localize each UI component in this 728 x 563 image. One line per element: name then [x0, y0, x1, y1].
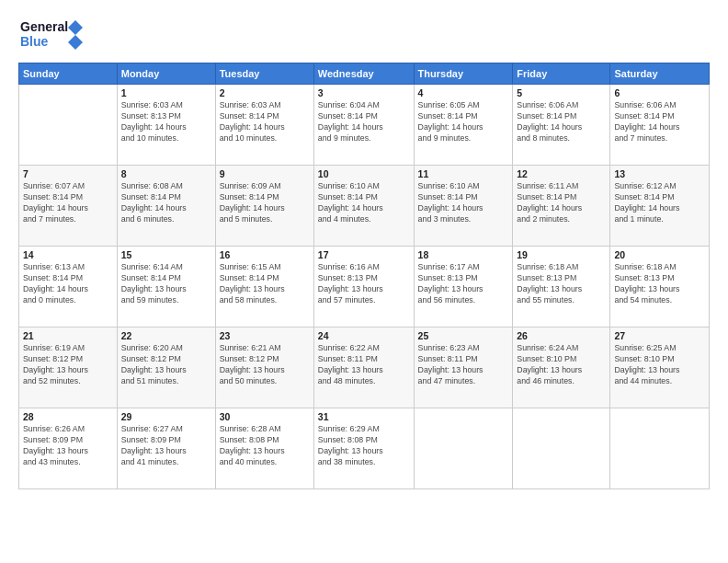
day-info: Sunrise: 6:19 AM Sunset: 8:12 PM Dayligh… — [23, 343, 113, 387]
calendar-cell: 13Sunrise: 6:12 AM Sunset: 8:14 PM Dayli… — [610, 166, 710, 247]
calendar-cell: 22Sunrise: 6:20 AM Sunset: 8:12 PM Dayli… — [117, 327, 215, 408]
calendar-cell: 25Sunrise: 6:23 AM Sunset: 8:11 PM Dayli… — [414, 327, 513, 408]
calendar-cell: 17Sunrise: 6:16 AM Sunset: 8:13 PM Dayli… — [313, 247, 414, 327]
calendar-cell: 1Sunrise: 6:03 AM Sunset: 8:13 PM Daylig… — [117, 85, 215, 166]
day-info: Sunrise: 6:27 AM Sunset: 8:09 PM Dayligh… — [121, 424, 211, 468]
day-info: Sunrise: 6:05 AM Sunset: 8:14 PM Dayligh… — [418, 100, 509, 144]
calendar-cell: 2Sunrise: 6:03 AM Sunset: 8:14 PM Daylig… — [215, 85, 313, 166]
logo: General Blue — [18, 15, 83, 55]
calendar-cell: 27Sunrise: 6:25 AM Sunset: 8:10 PM Dayli… — [610, 327, 710, 408]
calendar-cell: 31Sunrise: 6:29 AM Sunset: 8:08 PM Dayli… — [313, 408, 414, 489]
header-day-friday: Friday — [513, 63, 610, 85]
day-info: Sunrise: 6:17 AM Sunset: 8:13 PM Dayligh… — [418, 262, 509, 306]
calendar-cell — [610, 408, 710, 489]
day-number: 13 — [614, 168, 705, 179]
calendar-cell: 19Sunrise: 6:18 AM Sunset: 8:13 PM Dayli… — [513, 247, 610, 327]
day-info: Sunrise: 6:03 AM Sunset: 8:14 PM Dayligh… — [220, 100, 310, 144]
calendar-cell: 29Sunrise: 6:27 AM Sunset: 8:09 PM Dayli… — [117, 408, 215, 489]
day-info: Sunrise: 6:12 AM Sunset: 8:14 PM Dayligh… — [614, 181, 705, 225]
day-info: Sunrise: 6:04 AM Sunset: 8:14 PM Dayligh… — [318, 100, 410, 144]
svg-marker-2 — [68, 20, 83, 50]
day-number: 17 — [318, 249, 410, 260]
day-info: Sunrise: 6:23 AM Sunset: 8:11 PM Dayligh… — [418, 343, 509, 387]
day-number: 21 — [23, 330, 113, 341]
week-row-2: 7Sunrise: 6:07 AM Sunset: 8:14 PM Daylig… — [19, 166, 710, 247]
day-info: Sunrise: 6:06 AM Sunset: 8:14 PM Dayligh… — [614, 100, 705, 144]
header-day-thursday: Thursday — [414, 63, 513, 85]
calendar-cell: 3Sunrise: 6:04 AM Sunset: 8:14 PM Daylig… — [313, 85, 414, 166]
svg-text:General: General — [20, 19, 68, 34]
calendar-cell: 20Sunrise: 6:18 AM Sunset: 8:13 PM Dayli… — [610, 247, 710, 327]
calendar-table: SundayMondayTuesdayWednesdayThursdayFrid… — [18, 63, 710, 489]
header: General Blue — [18, 15, 710, 55]
day-info: Sunrise: 6:09 AM Sunset: 8:14 PM Dayligh… — [220, 181, 310, 225]
day-info: Sunrise: 6:10 AM Sunset: 8:14 PM Dayligh… — [418, 181, 509, 225]
day-info: Sunrise: 6:20 AM Sunset: 8:12 PM Dayligh… — [121, 343, 211, 387]
day-number: 28 — [23, 411, 113, 422]
calendar-cell: 8Sunrise: 6:08 AM Sunset: 8:14 PM Daylig… — [117, 166, 215, 247]
calendar-cell: 14Sunrise: 6:13 AM Sunset: 8:14 PM Dayli… — [19, 247, 118, 327]
day-info: Sunrise: 6:21 AM Sunset: 8:12 PM Dayligh… — [220, 343, 310, 387]
calendar-cell: 5Sunrise: 6:06 AM Sunset: 8:14 PM Daylig… — [513, 85, 610, 166]
day-number: 20 — [614, 249, 705, 260]
calendar-cell: 16Sunrise: 6:15 AM Sunset: 8:14 PM Dayli… — [215, 247, 313, 327]
day-number: 27 — [614, 330, 705, 341]
day-number: 29 — [121, 411, 211, 422]
calendar-cell: 23Sunrise: 6:21 AM Sunset: 8:12 PM Dayli… — [215, 327, 313, 408]
calendar-cell: 28Sunrise: 6:26 AM Sunset: 8:09 PM Dayli… — [19, 408, 118, 489]
calendar-cell: 6Sunrise: 6:06 AM Sunset: 8:14 PM Daylig… — [610, 85, 710, 166]
day-number: 15 — [121, 249, 211, 260]
day-number: 11 — [418, 168, 509, 179]
day-info: Sunrise: 6:24 AM Sunset: 8:10 PM Dayligh… — [517, 343, 606, 387]
day-number: 5 — [517, 87, 606, 98]
day-number: 7 — [23, 168, 113, 179]
week-row-5: 28Sunrise: 6:26 AM Sunset: 8:09 PM Dayli… — [19, 408, 710, 489]
calendar-cell: 21Sunrise: 6:19 AM Sunset: 8:12 PM Dayli… — [19, 327, 118, 408]
header-day-wednesday: Wednesday — [313, 63, 414, 85]
day-info: Sunrise: 6:07 AM Sunset: 8:14 PM Dayligh… — [23, 181, 113, 225]
calendar-cell: 18Sunrise: 6:17 AM Sunset: 8:13 PM Dayli… — [414, 247, 513, 327]
day-info: Sunrise: 6:28 AM Sunset: 8:08 PM Dayligh… — [220, 424, 310, 468]
day-number: 4 — [418, 87, 509, 98]
calendar-cell: 24Sunrise: 6:22 AM Sunset: 8:11 PM Dayli… — [313, 327, 414, 408]
week-row-1: 1Sunrise: 6:03 AM Sunset: 8:13 PM Daylig… — [19, 85, 710, 166]
header-day-monday: Monday — [117, 63, 215, 85]
calendar-cell: 12Sunrise: 6:11 AM Sunset: 8:14 PM Dayli… — [513, 166, 610, 247]
calendar-cell: 26Sunrise: 6:24 AM Sunset: 8:10 PM Dayli… — [513, 327, 610, 408]
day-number: 26 — [517, 330, 606, 341]
week-row-3: 14Sunrise: 6:13 AM Sunset: 8:14 PM Dayli… — [19, 247, 710, 327]
day-number: 25 — [418, 330, 509, 341]
day-number: 12 — [517, 168, 606, 179]
day-number: 31 — [318, 411, 410, 422]
day-number: 22 — [121, 330, 211, 341]
calendar-body: 1Sunrise: 6:03 AM Sunset: 8:13 PM Daylig… — [19, 85, 710, 489]
calendar-header: SundayMondayTuesdayWednesdayThursdayFrid… — [19, 63, 710, 85]
calendar-cell: 11Sunrise: 6:10 AM Sunset: 8:14 PM Dayli… — [414, 166, 513, 247]
logo-svg: General Blue — [18, 15, 83, 55]
day-info: Sunrise: 6:11 AM Sunset: 8:14 PM Dayligh… — [517, 181, 606, 225]
day-info: Sunrise: 6:13 AM Sunset: 8:14 PM Dayligh… — [23, 262, 113, 306]
day-number: 24 — [318, 330, 410, 341]
header-day-tuesday: Tuesday — [215, 63, 313, 85]
header-row: SundayMondayTuesdayWednesdayThursdayFrid… — [19, 63, 710, 85]
page: General Blue SundayMondayTuesdayWednesda… — [0, 0, 728, 563]
day-number: 6 — [614, 87, 705, 98]
day-info: Sunrise: 6:15 AM Sunset: 8:14 PM Dayligh… — [220, 262, 310, 306]
day-number: 2 — [220, 87, 310, 98]
day-info: Sunrise: 6:08 AM Sunset: 8:14 PM Dayligh… — [121, 181, 211, 225]
day-info: Sunrise: 6:14 AM Sunset: 8:14 PM Dayligh… — [121, 262, 211, 306]
day-number: 3 — [318, 87, 410, 98]
day-number: 16 — [220, 249, 310, 260]
day-number: 8 — [121, 168, 211, 179]
week-row-4: 21Sunrise: 6:19 AM Sunset: 8:12 PM Dayli… — [19, 327, 710, 408]
calendar-cell: 9Sunrise: 6:09 AM Sunset: 8:14 PM Daylig… — [215, 166, 313, 247]
day-number: 23 — [220, 330, 310, 341]
day-number: 10 — [318, 168, 410, 179]
day-number: 18 — [418, 249, 509, 260]
day-number: 14 — [23, 249, 113, 260]
day-info: Sunrise: 6:18 AM Sunset: 8:13 PM Dayligh… — [517, 262, 606, 306]
day-info: Sunrise: 6:25 AM Sunset: 8:10 PM Dayligh… — [614, 343, 705, 387]
day-number: 19 — [517, 249, 606, 260]
day-number: 9 — [220, 168, 310, 179]
day-number: 1 — [121, 87, 211, 98]
